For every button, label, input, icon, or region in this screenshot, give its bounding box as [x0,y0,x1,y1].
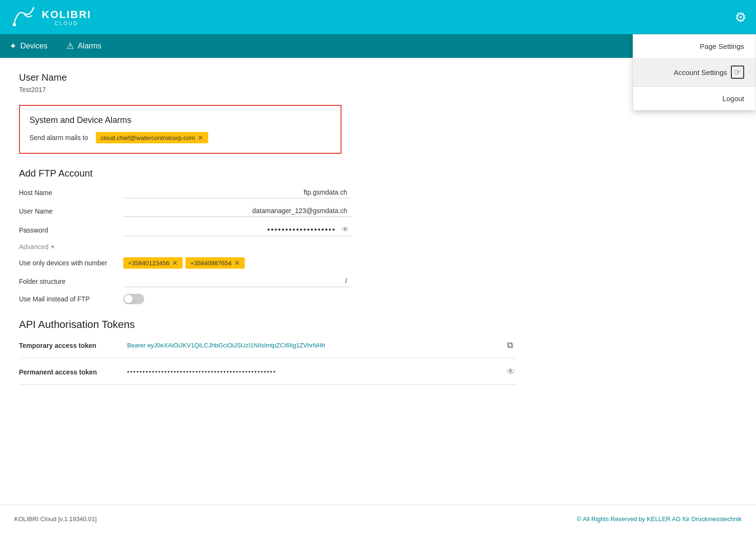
perm-token-value: ••••••••••••••••••••••••••••••••••••••••… [123,368,505,375]
logo-area: KOLIBRI CLOUD [9,4,91,30]
logo-name: KOLIBRI [42,9,91,20]
mail-toggle[interactable] [123,294,144,304]
folder-slash: / [345,277,347,285]
alarm-email-close-icon[interactable]: ✕ [198,134,203,141]
footer-copyright: © All Rights Reserved by KELLER AG für D… [577,515,742,523]
device-tag-2-close-icon[interactable]: ✕ [234,259,240,267]
settings-dropdown: Page Settings Account Settings ☞ Logout [633,34,756,111]
logo-text-area: KOLIBRI CLOUD [42,9,91,26]
dropdown-logout[interactable]: Logout [633,87,756,110]
advanced-label: Advanced [19,243,48,251]
svg-point-0 [13,23,16,26]
advanced-chevron-icon: ▾ [51,243,54,250]
app-header: KOLIBRI CLOUD ⚙ [0,0,756,34]
device-tag-1-close-icon[interactable]: ✕ [172,259,178,267]
nav-alarms-label: Alarms [78,42,101,50]
copy-token-icon[interactable]: ⧉ [503,340,517,350]
password-label: Password [19,226,123,234]
user-name-value: Test2017 [19,86,737,94]
nav-alarms[interactable]: ⚠ Alarms [66,41,101,51]
alarm-box-title: System and Device Alarms [29,115,331,125]
host-row: Host Name [19,187,351,198]
alarms-icon: ⚠ [66,41,74,51]
alarm-send-row: Send alarm mails to cloud.chief@watercon… [29,132,331,143]
alarm-box: System and Device Alarms Send alarm mail… [19,105,341,154]
ftp-user-label: User Name [19,207,123,215]
nav-devices[interactable]: ✦ Devices [9,41,47,51]
perm-token-toggle-icon[interactable]: 👁 [505,367,517,377]
dropdown-page-settings[interactable]: Page Settings [633,35,756,58]
dropdown-account-settings[interactable]: Account Settings ☞ [633,58,756,86]
password-field-container: 👁 [123,224,351,236]
logo-svg [9,4,38,30]
password-row: Password 👁 [19,224,351,236]
footer-version: KOLIBRI Cloud [v.1.19340.01] [14,515,97,523]
api-title: API Authorisation Tokens [19,318,737,331]
app-footer: KOLIBRI Cloud [v.1.19340.01] © All Right… [0,505,756,533]
temp-token-row: Temporary access token Bearer eyJ0eXAiOi… [19,340,517,358]
account-settings-label: Account Settings [673,68,727,76]
folder-input-container: / [123,275,351,287]
folder-input[interactable] [127,277,343,285]
devices-tags-container: +35840123456 ✕ +35840987654 ✕ [123,257,351,269]
mail-label: Use Mail instead of FTP [19,295,123,303]
device-tag-2-text: +35840987654 [190,260,231,267]
advanced-toggle[interactable]: Advanced ▾ [19,243,737,251]
host-input[interactable] [123,187,351,198]
password-toggle-icon[interactable]: 👁 [340,225,351,234]
api-section: API Authorisation Tokens Temporary acces… [19,318,737,385]
folder-row: Folder structure / [19,275,351,287]
devices-row: Use only devices with number +3584012345… [19,257,351,269]
device-tag-1[interactable]: +35840123456 ✕ [123,257,183,269]
temp-token-label: Temporary access token [19,342,123,349]
perm-token-row: Permanent access token •••••••••••••••••… [19,367,517,385]
main-content: User Name Test2017 System and Device Ala… [0,58,756,505]
logo-sub: CLOUD [42,21,91,26]
devices-label: Use only devices with number [19,259,123,267]
devices-icon: ✦ [9,41,17,51]
folder-label: Folder structure [19,278,123,285]
cursor-pointer-icon: ☞ [731,65,744,79]
settings-gear-icon[interactable]: ⚙ [735,9,747,25]
ftp-user-input[interactable] [123,205,351,217]
device-tag-2[interactable]: +35840987654 ✕ [185,257,245,269]
ftp-title: Add FTP Account [19,168,737,179]
ftp-section: Add FTP Account Host Name User Name Pass… [19,168,737,304]
perm-token-label: Permanent access token [19,368,123,376]
alarm-send-label: Send alarm mails to [29,134,88,141]
nav-devices-label: Devices [20,42,47,50]
host-label: Host Name [19,189,123,196]
ftp-user-row: User Name [19,205,351,217]
alarm-email-text: cloud.chief@watercontrolcorp.com [101,134,195,141]
password-input[interactable] [123,224,340,236]
user-name-title: User Name [19,72,737,83]
mail-row: Use Mail instead of FTP [19,294,351,304]
main-navbar: ✦ Devices ⚠ Alarms Page Settings Account… [0,34,756,58]
device-tag-1-text: +35840123456 [128,260,169,267]
temp-token-value: Bearer eyJ0eXAiOiJKV1QiLCJhbGciOiJSUzI1N… [123,342,503,349]
alarm-email-tag[interactable]: cloud.chief@watercontrolcorp.com ✕ [96,132,209,143]
